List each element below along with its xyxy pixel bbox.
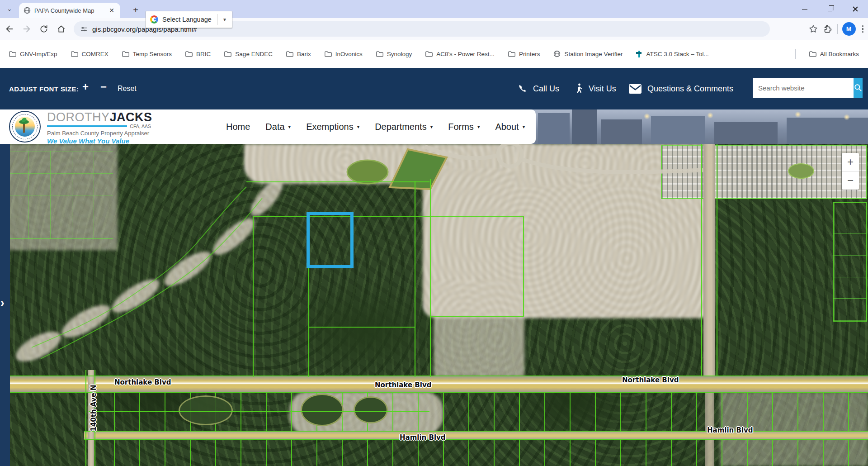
bookmark-item[interactable]: InOvonics — [325, 51, 363, 57]
bookmark-item[interactable]: Station Image Verifier — [553, 50, 623, 57]
minimize-button[interactable] — [792, 0, 817, 18]
chevron-down-icon: ▾ — [477, 124, 480, 130]
font-increase-button[interactable]: + — [82, 81, 89, 93]
close-button[interactable] — [843, 0, 868, 18]
folder-icon — [185, 51, 193, 57]
nav-label: Home — [226, 122, 250, 132]
browser-menu-icon[interactable] — [860, 24, 866, 35]
bookmark-item[interactable]: Printers — [508, 51, 540, 57]
visit-us-link[interactable]: Visit Us — [575, 81, 616, 97]
site-search-input[interactable] — [753, 78, 854, 98]
bookmark-label: GNV-Imp/Exp — [20, 51, 57, 57]
bookmark-item[interactable]: Sage ENDEC — [224, 51, 273, 57]
parcel-lines-layer — [0, 144, 868, 466]
nav-label: Departments — [375, 122, 427, 132]
side-panel-collapsed: › — [0, 144, 10, 466]
font-decrease-button[interactable]: − — [100, 81, 107, 93]
globe-icon — [553, 50, 561, 57]
bookmark-item[interactable]: BRIC — [185, 51, 211, 57]
site-utility-bar: ADJUST FONT SIZE: + − Reset Select Langu… — [0, 68, 868, 109]
street-label-140th-ave: 140th Ave N — [90, 385, 98, 431]
panel-expand-chevron[interactable]: › — [0, 298, 5, 308]
bookmark-star-icon[interactable] — [808, 24, 818, 34]
zoom-out-button[interactable]: − — [842, 171, 859, 190]
language-caret-icon: ▼ — [221, 17, 228, 22]
browser-titlebar: ⌄ PAPA Countywide Map ✕ + — [0, 0, 868, 18]
questions-comments-link[interactable]: Questions & Comments — [628, 81, 733, 97]
visit-us-label: Visit Us — [589, 84, 616, 94]
nav-label: Data — [265, 122, 284, 132]
new-tab-button[interactable]: + — [129, 4, 142, 16]
site-controls-icon[interactable] — [80, 25, 88, 33]
bookmark-item[interactable]: COMREX — [71, 51, 108, 57]
bookmark-item[interactable]: AC8's - Power Rest... — [425, 51, 495, 57]
chevron-down-icon: ▾ — [523, 124, 525, 130]
tab-close-icon[interactable]: ✕ — [108, 7, 116, 14]
call-us-label: Call Us — [533, 84, 559, 94]
bookmark-label: Synology — [387, 51, 412, 57]
bookmark-item[interactable]: ATSC 3.0 Stack – Tol... — [636, 51, 708, 57]
folder-icon — [508, 51, 515, 57]
logo-rule — [47, 125, 127, 127]
street-label-northlake: Northlake Blvd — [622, 376, 679, 384]
logo-last-name: JACKS — [110, 110, 152, 124]
nav-departments[interactable]: Departments ▾ — [375, 122, 433, 132]
forward-button[interactable] — [19, 21, 34, 37]
aerial-map-canvas[interactable]: Northlake Blvd Northlake Blvd Northlake … — [0, 144, 868, 466]
folder-icon — [9, 51, 16, 57]
site-logo[interactable]: DOROTHYJACKS CFA, AAS Palm Beach County … — [47, 111, 151, 144]
reload-button[interactable] — [36, 21, 52, 37]
nav-label: Forms — [448, 122, 474, 132]
bookmark-label: BRIC — [196, 51, 211, 57]
bookmark-label: Station Image Verifier — [564, 51, 623, 57]
bookmark-item[interactable]: GNV-Imp/Exp — [9, 51, 57, 57]
bookmarks-divider — [795, 49, 796, 59]
phone-icon — [518, 84, 528, 94]
adjust-font-size-label: ADJUST FONT SIZE: — [9, 85, 79, 93]
folder-icon — [376, 51, 383, 57]
bookmark-label: ATSC 3.0 Stack – Tol... — [646, 51, 708, 57]
bookmark-label: All Bookmarks — [820, 51, 859, 57]
folder-icon — [224, 51, 231, 57]
palm-tree-icon — [23, 123, 25, 133]
zoom-in-button[interactable]: + — [842, 153, 859, 171]
back-button[interactable] — [2, 21, 17, 37]
site-search — [753, 78, 859, 98]
pbc-appraiser-seal — [9, 111, 41, 143]
bookmark-item[interactable]: Temp Sensors — [122, 51, 172, 57]
browser-window: ⌄ PAPA Countywide Map ✕ + — [0, 0, 868, 466]
tab-title: PAPA Countywide Map — [34, 7, 104, 14]
extensions-puzzle-icon[interactable] — [823, 24, 833, 34]
nav-label: Exemptions — [306, 122, 354, 132]
site-search-button[interactable] — [854, 78, 863, 98]
logo-subtitle: Palm Beach County Property Appraiser — [47, 130, 151, 137]
profile-avatar[interactable]: M — [842, 22, 856, 36]
font-reset-button[interactable]: Reset — [118, 85, 137, 93]
all-bookmarks-button[interactable]: All Bookmarks — [809, 51, 859, 57]
chevron-down-icon: ▾ — [288, 124, 291, 130]
bookmark-label: COMREX — [82, 51, 108, 57]
nav-forms[interactable]: Forms ▾ — [448, 122, 480, 132]
folder-icon — [286, 51, 293, 57]
nav-exemptions[interactable]: Exemptions ▾ — [306, 122, 359, 132]
browser-tab[interactable]: PAPA Countywide Map ✕ — [19, 3, 120, 18]
toolbar-divider — [837, 24, 838, 34]
site-header: DOROTHYJACKS CFA, AAS Palm Beach County … — [0, 109, 868, 144]
bookmark-item[interactable]: Synology — [376, 51, 412, 57]
nav-home[interactable]: Home — [226, 122, 250, 132]
home-button[interactable] — [53, 21, 69, 37]
nav-data[interactable]: Data ▾ — [265, 122, 291, 132]
language-selector[interactable]: Select Language ▼ — [146, 11, 232, 28]
chevron-down-icon: ▾ — [430, 124, 433, 130]
tab-search-chevron-icon[interactable]: ⌄ — [5, 5, 14, 14]
bookmark-label: Temp Sensors — [133, 51, 172, 57]
bookmark-item[interactable]: Barix — [286, 51, 311, 57]
selected-parcel-highlight[interactable] — [307, 212, 354, 268]
bookmark-label: InOvonics — [335, 51, 363, 57]
call-us-link[interactable]: Call Us — [518, 81, 559, 97]
bookmark-label: Barix — [297, 51, 311, 57]
street-label-northlake: Northlake Blvd — [114, 378, 171, 386]
nav-about[interactable]: About ▾ — [495, 122, 525, 132]
restore-button[interactable] — [817, 0, 843, 18]
street-label-northlake: Northlake Blvd — [375, 381, 431, 389]
